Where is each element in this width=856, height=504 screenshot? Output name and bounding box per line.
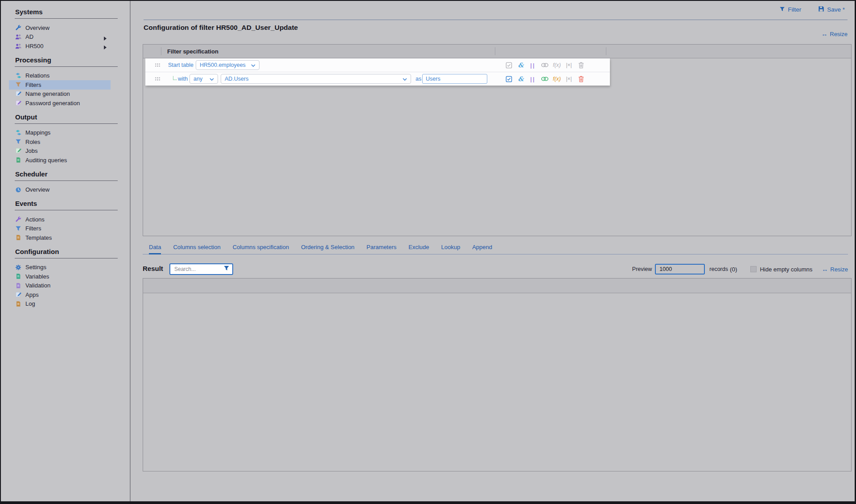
- save-button[interactable]: Save *: [818, 6, 845, 13]
- select-checkbox-icon[interactable]: [505, 75, 513, 83]
- filter-spec-header: Filter specification: [143, 45, 851, 58]
- funnel-icon[interactable]: [223, 265, 230, 273]
- alias-input[interactable]: [422, 74, 487, 84]
- sidebar-item-overview[interactable]: Overview: [9, 23, 111, 33]
- sidebar-item-jobs[interactable]: Jobs: [9, 147, 111, 156]
- sidebar-item-ad[interactable]: AD: [9, 33, 111, 42]
- tab-bar: Data Columns selection Columns specifica…: [143, 244, 848, 254]
- trash-icon[interactable]: [577, 61, 585, 69]
- sidebar-item-label: Filters: [25, 225, 41, 232]
- sidebar-item-apps[interactable]: Apps: [9, 290, 111, 299]
- section-title-events: Events: [15, 200, 130, 207]
- or-operator-icon[interactable]: ||: [529, 61, 537, 69]
- header-separator: [606, 47, 606, 55]
- section-title-systems: Systems: [15, 8, 130, 16]
- sidebar-item-label: Jobs: [25, 148, 37, 154]
- sidebar-item-label: Settings: [25, 264, 46, 270]
- sidebar-item-name-generation[interactable]: Name generation: [9, 90, 111, 99]
- funnel-icon: [15, 81, 22, 88]
- chevron-down-icon: [210, 76, 214, 82]
- exclude-icon[interactable]: |×|: [565, 75, 573, 83]
- header-separator: [161, 47, 161, 55]
- tab-append[interactable]: Append: [472, 244, 492, 254]
- search-input[interactable]: [173, 266, 223, 273]
- start-table-select[interactable]: HR500.employees: [196, 60, 259, 70]
- tab-ordering-selection[interactable]: Ordering & Selection: [301, 244, 354, 254]
- sidebar-item-label: Templates: [25, 234, 52, 241]
- sidebar-item-filters-processing[interactable]: Filters: [9, 80, 111, 90]
- trash-icon[interactable]: [577, 75, 585, 83]
- section-divider: [15, 66, 118, 67]
- sidebar-item-log[interactable]: Log: [9, 299, 111, 309]
- section-title-output: Output: [15, 113, 130, 121]
- sidebar-item-hr500[interactable]: HR500: [9, 41, 111, 51]
- sidebar-item-scheduler-overview[interactable]: Overview: [9, 185, 111, 195]
- app-window: Systems Overview AD HR500 P: [0, 0, 856, 504]
- sidebar-item-settings[interactable]: Settings: [9, 263, 111, 272]
- section-divider: [15, 123, 118, 124]
- sidebar-item-label: Password generation: [25, 100, 80, 107]
- and-operator-icon[interactable]: &: [517, 75, 525, 83]
- tab-data[interactable]: Data: [149, 244, 161, 254]
- tab-parameters[interactable]: Parameters: [366, 244, 396, 254]
- hide-empty-columns-checkbox[interactable]: [750, 266, 757, 272]
- sidebar-item-label: Overview: [25, 25, 49, 31]
- related-table-select[interactable]: AD.Users: [221, 74, 411, 84]
- tab-columns-specification[interactable]: Columns specification: [233, 244, 289, 254]
- funnel-icon: [779, 6, 785, 13]
- select-checkbox-icon[interactable]: [505, 61, 513, 69]
- sidebar-item-relations[interactable]: Relations: [9, 71, 111, 81]
- exclude-icon[interactable]: |×|: [565, 61, 573, 69]
- sidebar-item-actions[interactable]: Actions: [9, 215, 111, 224]
- resize-arrows-icon: ↔: [821, 30, 827, 37]
- wrench-icon: [15, 24, 22, 31]
- sidebar: Systems Overview AD HR500 P: [1, 1, 131, 501]
- filter-spec-title: Filter specification: [167, 48, 218, 55]
- save-button-label: Save *: [827, 6, 845, 13]
- result-panel-header: [143, 279, 851, 293]
- gear-icon: [15, 264, 22, 271]
- sidebar-item-mappings[interactable]: Mappings: [9, 128, 111, 138]
- tab-columns-selection[interactable]: Columns selection: [173, 244, 220, 254]
- spec-resize-button[interactable]: ↔ Resize: [821, 30, 848, 37]
- tab-exclude[interactable]: Exclude: [408, 244, 429, 254]
- resize-label: Resize: [830, 31, 848, 37]
- resize-label: Resize: [830, 266, 848, 273]
- tab-lookup[interactable]: Lookup: [441, 244, 461, 254]
- quantifier-select[interactable]: any: [189, 74, 218, 84]
- users-icon: [15, 33, 22, 41]
- and-operator-icon[interactable]: &: [517, 61, 525, 69]
- or-operator-icon[interactable]: ||: [529, 75, 537, 83]
- sidebar-item-variables[interactable]: Variables: [9, 272, 111, 281]
- drag-handle-icon[interactable]: [155, 77, 160, 81]
- header-separator: [495, 47, 495, 55]
- filter-button[interactable]: Filter: [779, 6, 801, 13]
- sidebar-item-label: Mappings: [25, 129, 50, 136]
- function-icon[interactable]: f(x): [553, 75, 561, 83]
- link-icon[interactable]: [541, 61, 549, 69]
- sidebar-item-auditing-queries[interactable]: Auditing queries: [9, 156, 111, 165]
- result-bar: Result Preview records (0) Hide empty co…: [143, 263, 848, 276]
- sidebar-item-roles[interactable]: Roles: [9, 137, 111, 147]
- users-icon: [15, 42, 22, 49]
- sidebar-item-password-generation[interactable]: Password generation: [9, 98, 111, 108]
- link-icon[interactable]: [541, 75, 549, 83]
- related-table-value: AD.Users: [225, 76, 248, 82]
- sidebar-item-label: Validation: [25, 282, 50, 289]
- relations-icon: [15, 129, 22, 136]
- records-label: records: [709, 266, 728, 272]
- sidebar-item-validation[interactable]: Validation: [9, 281, 111, 291]
- document-icon: [15, 273, 22, 280]
- filter-spec-panel: Filter specification Start table HR500.e…: [143, 44, 852, 236]
- tree-elbow-icon: [173, 76, 177, 80]
- preview-count-input[interactable]: [655, 264, 705, 275]
- result-resize-button[interactable]: ↔ Resize: [822, 266, 848, 273]
- chevron-right-icon: [104, 35, 107, 42]
- funnel-icon: [15, 225, 22, 232]
- sidebar-item-templates[interactable]: Templates: [9, 233, 111, 242]
- drag-handle-icon[interactable]: [155, 63, 160, 67]
- with-label: with: [178, 76, 188, 82]
- relations-icon: [15, 72, 22, 79]
- function-icon[interactable]: f(x): [553, 61, 561, 69]
- sidebar-item-filters-events[interactable]: Filters: [9, 224, 111, 234]
